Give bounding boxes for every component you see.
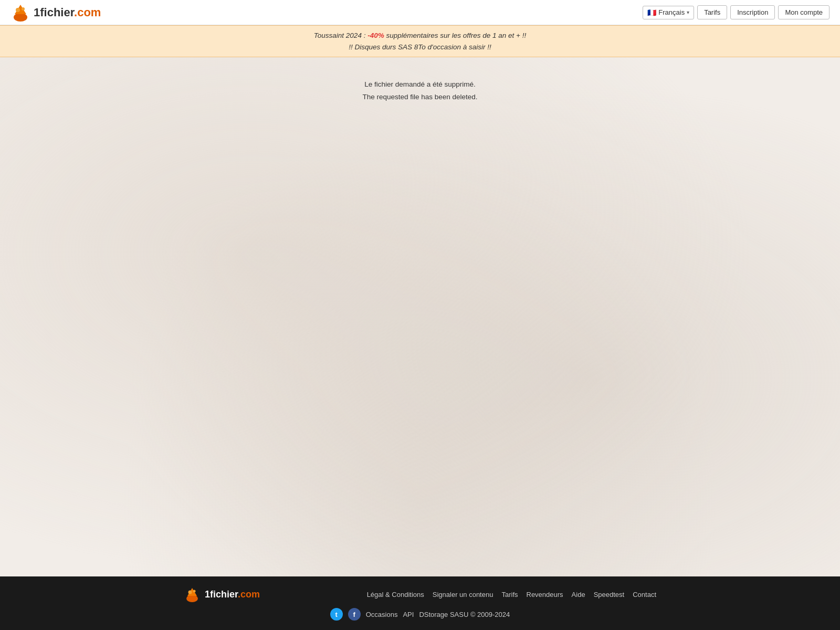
footer-revendeurs-link[interactable]: Revendeurs <box>527 591 563 598</box>
svg-point-7 <box>193 590 196 593</box>
svg-point-3 <box>22 7 25 10</box>
language-selector[interactable]: 🇫🇷 Français ▾ <box>643 6 694 19</box>
footer-signaler-link[interactable]: Signaler un contenu <box>433 591 494 598</box>
main-content: Le fichier demandé a été supprimé. The r… <box>0 57 840 576</box>
banner-line1: Toussaint 2024 : -40% supplémentaires su… <box>10 30 830 41</box>
svg-point-0 <box>14 13 27 22</box>
logo-link[interactable]: 1fichier.com <box>10 3 101 23</box>
message-english: The requested file has been deleted. <box>362 91 477 103</box>
footer-contact-link[interactable]: Contact <box>633 591 656 598</box>
svg-point-6 <box>188 591 192 594</box>
footer-logo-icon <box>184 586 201 603</box>
tarifs-button[interactable]: Tarifs <box>697 5 727 19</box>
mon-compte-button[interactable]: Mon compte <box>778 5 830 19</box>
footer-aide-link[interactable]: Aide <box>572 591 585 598</box>
footer-copyright: DStorage SASU © 2009-2024 <box>419 611 510 618</box>
footer: 1fichier.com Légal & Conditions Signaler… <box>0 576 840 630</box>
language-label: Français <box>658 8 685 16</box>
inscription-button[interactable]: Inscription <box>730 5 775 19</box>
footer-logo-text: 1fichier.com <box>205 589 260 600</box>
footer-links: Légal & Conditions Signaler un contenu T… <box>367 591 656 598</box>
chevron-down-icon: ▾ <box>687 9 689 15</box>
footer-occasions-link[interactable]: Occasions <box>366 611 398 618</box>
svg-point-4 <box>186 595 198 602</box>
footer-speedtest-link[interactable]: Speedtest <box>594 591 625 598</box>
deleted-message: Le fichier demandé a été supprimé. The r… <box>362 78 477 576</box>
banner-suffix: supplémentaires sur les offres de 1 an e… <box>384 32 527 39</box>
banner-highlight: -40% <box>368 32 384 39</box>
header: 1fichier.com 🇫🇷 Français ▾ Tarifs Inscri… <box>0 0 840 25</box>
svg-point-2 <box>16 8 20 12</box>
logo-icon <box>10 3 30 23</box>
facebook-icon[interactable]: f <box>348 608 361 621</box>
twitter-icon[interactable]: t <box>330 608 343 621</box>
footer-logo: 1fichier.com <box>184 586 260 603</box>
footer-api-link[interactable]: API <box>403 611 414 618</box>
flag-icon: 🇫🇷 <box>647 8 656 17</box>
logo-text: 1fichier.com <box>34 6 101 19</box>
header-nav: 🇫🇷 Français ▾ Tarifs Inscription Mon com… <box>643 5 830 19</box>
footer-inner: 1fichier.com Légal & Conditions Signaler… <box>10 586 830 621</box>
footer-legal-link[interactable]: Légal & Conditions <box>367 591 424 598</box>
promo-banner: Toussaint 2024 : -40% supplémentaires su… <box>0 25 840 57</box>
message-french: Le fichier demandé a été supprimé. <box>362 78 477 91</box>
footer-bottom: t f Occasions API DStorage SASU © 2009-2… <box>330 608 510 621</box>
banner-prefix: Toussaint 2024 : <box>314 32 368 39</box>
footer-tarifs-link[interactable]: Tarifs <box>501 591 518 598</box>
banner-line2: !! Disques durs SAS 8To d'occasion à sai… <box>10 41 830 53</box>
